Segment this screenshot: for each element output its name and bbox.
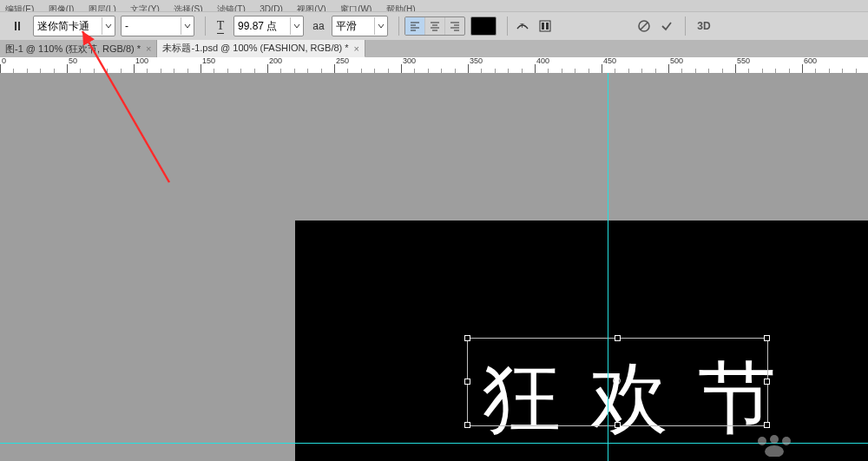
menubar: 编辑(E) 图像(I) 图层(L) 文字(Y) 选择(S) 滤镜(T) 3D(D… xyxy=(0,0,868,11)
threeD-button[interactable]: 3D xyxy=(691,16,717,36)
transform-handle[interactable] xyxy=(615,422,621,428)
ruler-tick: 500 xyxy=(668,57,669,73)
svg-rect-3 xyxy=(540,21,550,31)
transform-handle[interactable] xyxy=(764,379,770,385)
document-tab[interactable]: 未标题-1.psd @ 100% (FASHION, RGB/8) * × xyxy=(157,40,365,57)
transform-handle[interactable] xyxy=(764,422,770,428)
close-icon[interactable]: × xyxy=(354,43,359,54)
align-right-button[interactable] xyxy=(445,17,464,35)
align-center-button[interactable] xyxy=(425,17,445,35)
text-options-bar: T aa T xyxy=(0,11,868,41)
transform-handle[interactable] xyxy=(464,379,470,385)
vertical-guide[interactable] xyxy=(608,73,608,461)
font-family-input[interactable] xyxy=(34,17,102,35)
font-size-input[interactable] xyxy=(234,17,290,35)
font-style-combo[interactable] xyxy=(121,16,194,36)
font-style-input[interactable] xyxy=(122,17,181,35)
svg-rect-1 xyxy=(18,22,20,30)
document-tab[interactable]: 图-1 @ 110% (狂欢节, RGB/8) * × xyxy=(0,40,157,57)
ruler-tick: 400 xyxy=(535,57,536,73)
ruler-tick: 50 xyxy=(67,57,68,73)
document-tab-label: 图-1 @ 110% (狂欢节, RGB/8) * xyxy=(5,43,141,56)
svg-line-7 xyxy=(641,23,648,30)
ruler-tick: 600 xyxy=(802,57,803,73)
svg-rect-4 xyxy=(542,23,544,30)
ruler-tick: 350 xyxy=(468,57,469,73)
ruler-tick: 0 xyxy=(0,57,1,73)
chevron-down-icon[interactable] xyxy=(290,17,303,35)
separator xyxy=(205,16,206,36)
text-color-swatch[interactable] xyxy=(470,16,496,36)
warp-text-button[interactable]: T xyxy=(513,16,532,36)
chevron-down-icon[interactable] xyxy=(102,17,115,35)
text-orientation-toggle[interactable] xyxy=(9,16,28,36)
font-size-icon: T xyxy=(211,16,230,36)
ruler-tick: 100 xyxy=(134,57,135,73)
separator xyxy=(507,16,508,36)
svg-rect-0 xyxy=(15,22,16,30)
chevron-down-icon[interactable] xyxy=(181,17,194,35)
document-tab-label: 未标题-1.psd @ 100% (FASHION, RGB/8) * xyxy=(162,42,348,55)
horizontal-ruler[interactable]: 050100150200250300350400450500550600650 xyxy=(0,57,868,74)
font-size-combo[interactable] xyxy=(233,16,304,36)
close-icon[interactable]: × xyxy=(146,43,151,54)
transform-handle[interactable] xyxy=(464,335,470,341)
horizontal-guide[interactable] xyxy=(0,443,868,444)
ruler-tick: 150 xyxy=(201,57,201,73)
separator xyxy=(398,16,399,36)
ruler-tick: 550 xyxy=(735,57,736,73)
svg-text:T: T xyxy=(520,22,524,30)
antialias-icon: aa xyxy=(309,16,328,36)
font-family-combo[interactable] xyxy=(33,16,115,36)
ruler-tick: 250 xyxy=(334,57,335,73)
transform-center-icon[interactable] xyxy=(613,377,621,385)
transform-handle[interactable] xyxy=(464,422,470,428)
separator xyxy=(685,16,686,36)
ruler-tick: 200 xyxy=(267,57,268,73)
transform-handle[interactable] xyxy=(764,335,770,341)
chevron-down-icon[interactable] xyxy=(374,17,387,35)
ruler-tick: 300 xyxy=(401,57,402,73)
character-panel-button[interactable] xyxy=(536,16,555,36)
text-align-group xyxy=(404,16,465,36)
document-tab-bar: 图-1 @ 110% (狂欢节, RGB/8) * × 未标题-1.psd @ … xyxy=(0,40,868,57)
transform-handle[interactable] xyxy=(615,335,621,341)
commit-icon[interactable] xyxy=(657,16,676,36)
svg-rect-5 xyxy=(546,23,549,30)
ruler-tick: 450 xyxy=(602,57,602,73)
antialias-input[interactable] xyxy=(332,17,374,35)
cancel-icon[interactable] xyxy=(635,16,654,36)
antialias-combo[interactable] xyxy=(332,16,388,36)
align-left-button[interactable] xyxy=(405,17,425,35)
